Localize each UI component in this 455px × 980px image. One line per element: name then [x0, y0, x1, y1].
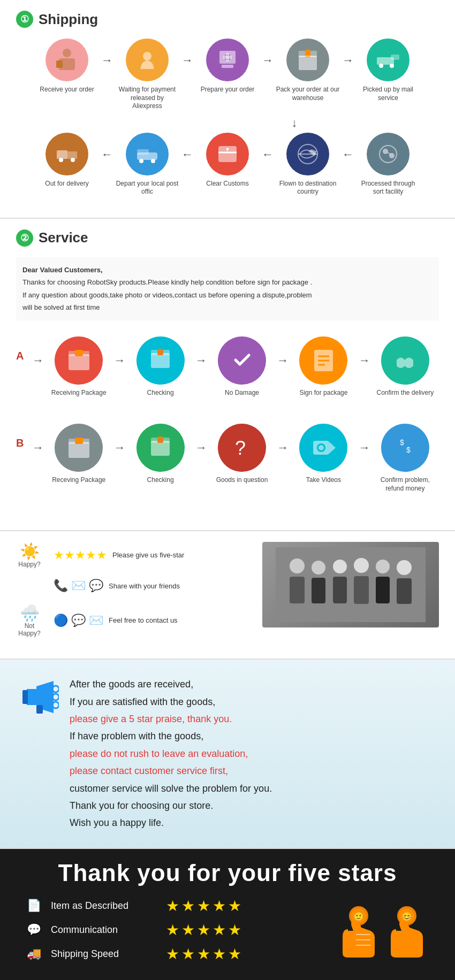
wechat-icon: 💬: [71, 614, 86, 627]
svg-text:😊: 😊: [401, 912, 412, 922]
intro-body: Thanks for choosing RobotSky products.Pl…: [22, 278, 312, 311]
svg-point-15: [379, 64, 383, 68]
star3: ★: [197, 945, 210, 963]
a-checking: Checking: [126, 336, 194, 397]
feedback-nothappy-row: 🌧️ Not Happy? 🔵 💬 ✉️ Feel free to contac…: [16, 603, 252, 637]
star3: ★: [197, 921, 210, 939]
b-question: ? Goods in question: [208, 424, 276, 485]
b-receiving-icon: [55, 424, 103, 472]
cloud-icon: 🌧️: [16, 603, 43, 622]
a-receiving: Receiving Package: [45, 336, 112, 397]
svg-rect-37: [151, 353, 170, 368]
msg-line7: customer service will solve the problem …: [70, 783, 272, 794]
msg-line1: After the goods are received,: [70, 679, 193, 690]
feedback-share-row: 📞 ✉️ 💬 Share with your friends: [16, 579, 252, 593]
arrow3: →: [260, 53, 276, 67]
flown-label: Flown to destination country: [276, 180, 340, 196]
arrow-b4: →: [358, 441, 371, 455]
svg-text:🙂: 🙂: [353, 912, 364, 922]
svg-point-60: [290, 558, 305, 573]
arrow-r3: ←: [260, 148, 276, 162]
a-confirmdelivery: Confirm the delivery: [371, 336, 439, 397]
svg-point-23: [139, 159, 143, 163]
svg-point-56: [395, 438, 414, 457]
svg-point-3: [143, 52, 151, 60]
ty-row-communication: 💬 Communication ★ ★ ★ ★ ★: [27, 921, 305, 939]
svg-marker-53: [329, 442, 336, 454]
customs-icon: [206, 133, 249, 175]
svg-rect-71: [397, 578, 412, 604]
nothappy-label: Not Happy?: [16, 622, 43, 637]
flown-icon: [286, 133, 329, 175]
msg-text-block: After the goods are received, If you are…: [70, 676, 272, 832]
b-checking-label: Checking: [147, 476, 174, 485]
flow-item-pickup: Picked up by mail service: [356, 39, 420, 102]
message-section: After the goods are received, If you are…: [0, 660, 455, 849]
a-receiving-label: Receiving Package: [51, 389, 107, 397]
svg-point-19: [59, 158, 63, 162]
flow-item-prepare: Prepare your order: [195, 39, 260, 94]
share-text: Share with your friends: [109, 582, 180, 590]
receive-icon: [46, 39, 88, 81]
a-confirmdelivery-icon: [381, 336, 429, 385]
svg-rect-36: [75, 350, 83, 356]
arrow-a4: →: [358, 354, 371, 368]
depart-label: Depart your local post offic: [115, 180, 179, 196]
thumb-left: 🙂: [337, 905, 380, 961]
a-nodamage-label: No Damage: [225, 389, 259, 397]
msg-line5: please do not rush to leave an evaluatio…: [70, 748, 248, 759]
happy-stars: ★★★★★: [54, 548, 107, 562]
shipping-row1: Receive your order → Waiting for payment…: [16, 39, 439, 111]
communication-label: Communication: [51, 924, 158, 936]
svg-point-24: [151, 159, 155, 163]
star4: ★: [213, 921, 226, 939]
share-icons: 📞 ✉️ 💬: [54, 579, 103, 593]
svg-point-64: [333, 560, 347, 573]
b-confirmrefund-icon: $$: [381, 424, 429, 472]
star4: ★: [213, 945, 226, 963]
b-confirmrefund-label: Confirm problem, refund money: [371, 476, 439, 493]
star5: ★: [228, 945, 241, 963]
rating-rows: 📄 Item as Described ★ ★ ★ ★ ★ 💬 Communic…: [27, 897, 305, 969]
svg-rect-17: [57, 150, 67, 159]
row-b-label: B: [16, 437, 27, 449]
doc-icon: 📄: [27, 899, 43, 913]
truck-icon: 🚚: [27, 947, 43, 961]
flow-item-receive: Receive your order: [35, 39, 99, 94]
sort-label: Processed through sort facility: [356, 180, 420, 196]
service-row-b: B → Receving Package → Checking → ? Good…: [16, 418, 439, 498]
flow-item-customs: Clear Customs: [195, 133, 260, 188]
msg-line2: If you are satisfied with the goods,: [70, 696, 215, 707]
svg-rect-74: [22, 690, 28, 704]
a-checking-label: Checking: [147, 389, 174, 397]
svg-text:$: $: [400, 438, 404, 447]
shipping-label: Shipping Speed: [51, 948, 158, 960]
thumb-right: 😊: [385, 905, 428, 961]
b-question-icon: ?: [218, 424, 266, 472]
nothappy-text: Feel free to contact us: [109, 616, 178, 624]
svg-point-62: [312, 561, 325, 575]
b-video-label: Take Videos: [306, 476, 341, 485]
a-signpackage: Sign for package: [290, 336, 357, 397]
arrow-a3: →: [276, 354, 290, 368]
star3: ★: [197, 897, 210, 915]
described-stars: ★ ★ ★ ★ ★: [166, 897, 241, 915]
shipping-stars: ★ ★ ★ ★ ★: [166, 945, 241, 963]
svg-rect-63: [312, 578, 325, 603]
communication-stars: ★ ★ ★ ★ ★: [166, 921, 241, 939]
pickup-label: Picked up by mail service: [356, 86, 420, 102]
happy-text: Please give us five-star: [112, 551, 184, 559]
arrow-a2: →: [194, 354, 208, 368]
star2: ★: [181, 945, 195, 963]
flow-item-depart: Depart your local post offic: [115, 133, 179, 196]
email-icon: ✉️: [71, 579, 86, 593]
pack-icon: [286, 39, 329, 81]
star1: ★: [166, 921, 179, 939]
svg-rect-22: [137, 149, 149, 155]
sun-icon: ☀️: [16, 542, 43, 561]
svg-point-68: [376, 560, 390, 573]
a-receiving-icon: [55, 336, 103, 385]
svg-rect-14: [391, 55, 399, 60]
photo-bg: [262, 542, 439, 627]
a-confirmdelivery-label: Confirm the delivery: [376, 389, 434, 397]
